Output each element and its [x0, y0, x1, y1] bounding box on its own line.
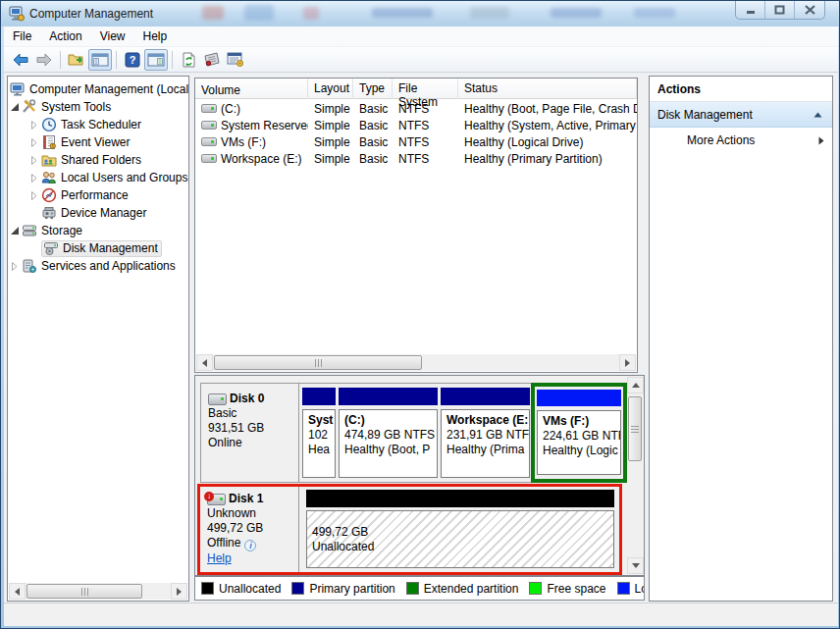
expander-collapsed-icon[interactable]: [27, 188, 41, 202]
expander-expanded-icon[interactable]: [8, 100, 22, 114]
close-button[interactable]: [795, 1, 824, 19]
primary-partition-strip: [302, 388, 336, 405]
volume-row-vms[interactable]: VMs (F:) Simple Basic NTFS Healthy (Logi…: [195, 133, 637, 150]
volume-fs: NTFS: [393, 152, 458, 166]
show-console-tree-button[interactable]: [88, 49, 112, 71]
back-button[interactable]: [9, 49, 32, 71]
menu-action[interactable]: Action: [40, 27, 90, 45]
partition-vms[interactable]: VMs (F:) 224,61 GB NTF Healthy (Logic: [535, 387, 623, 479]
expander-collapsed-icon[interactable]: [27, 171, 41, 184]
menu-help[interactable]: Help: [134, 27, 177, 45]
legend-label: Unallocated: [219, 582, 281, 596]
expander-collapsed-icon[interactable]: [27, 135, 41, 149]
volume-list-horizontal-scrollbar[interactable]: [196, 354, 636, 371]
titlebar[interactable]: Computer Management: [1, 1, 840, 26]
console-tree: Computer Management (Local System Tools …: [8, 80, 188, 275]
partition-workspace[interactable]: Workspace (E: 231,91 GB NTFS Healthy (Pr…: [441, 384, 530, 482]
scrollbar-thumb[interactable]: [628, 396, 642, 461]
tree-item-disk-management[interactable]: Disk Management: [27, 239, 188, 257]
partition-system-reserved[interactable]: Syst 102 Hea: [302, 384, 336, 482]
partition-c[interactable]: (C:) 474,89 GB NTFS Healthy (Boot, P: [339, 384, 438, 482]
show-action-pane-button[interactable]: [144, 49, 168, 71]
scroll-up-arrow[interactable]: [627, 377, 644, 393]
help-link[interactable]: Help: [207, 551, 232, 565]
scrollbar-thumb[interactable]: [26, 584, 142, 599]
tree-item-label: System Tools: [41, 100, 111, 114]
more-actions-item[interactable]: More Actions: [650, 128, 832, 153]
console-tree-pane: Computer Management (Local System Tools …: [7, 76, 189, 602]
scroll-right-arrow[interactable]: [619, 354, 636, 371]
minimize-button[interactable]: [736, 1, 765, 19]
tree-item-storage[interactable]: Storage: [8, 222, 188, 239]
volume-row-system-reserved[interactable]: System Reserved Simple Basic NTFS Health…: [195, 117, 637, 133]
menu-bar: File Action View Help: [4, 26, 838, 47]
actions-group-disk-management[interactable]: Disk Management: [650, 102, 832, 128]
glass-reflection: [551, 8, 602, 18]
disk-status: Online: [208, 436, 298, 450]
disk1-label[interactable]: ↓ Disk 1 Unknown 499,72 GB Offlinei Help: [200, 487, 299, 572]
disk-name: Disk 1: [229, 492, 263, 506]
tree-item-device-manager[interactable]: Device Manager: [27, 204, 188, 222]
menu-file[interactable]: File: [4, 27, 40, 45]
unallocated-region[interactable]: 499,72 GB Unallocated: [306, 487, 614, 572]
tree-item-system-tools[interactable]: System Tools: [8, 98, 188, 116]
status-bar: [4, 603, 838, 626]
maximize-button[interactable]: [765, 1, 795, 19]
legend-swatch: [529, 582, 542, 595]
tree-item-performance[interactable]: Performance: [27, 186, 188, 204]
partition-status: Healthy (Prima: [446, 443, 529, 457]
volume-status: Healthy (Logical Drive): [458, 135, 637, 149]
scroll-right-arrow[interactable]: [171, 583, 187, 600]
column-header-file-system[interactable]: File System: [393, 79, 458, 99]
volume-type: Basic: [353, 152, 393, 166]
export-list-button[interactable]: [65, 49, 88, 71]
scrollbar-thumb[interactable]: [214, 355, 422, 370]
expander-collapsed-icon[interactable]: [8, 259, 22, 273]
volume-row-c[interactable]: (C:) Simple Basic NTFS Healthy (Boot, Pa…: [195, 100, 637, 117]
tree-item-label: Services and Applications: [41, 259, 176, 273]
partition-name: Syst: [308, 413, 335, 428]
column-header-volume[interactable]: Volume: [195, 79, 308, 99]
disk-view-vertical-scrollbar[interactable]: [627, 377, 644, 574]
expander-collapsed-icon[interactable]: [27, 153, 41, 167]
volume-fs: NTFS: [393, 135, 458, 149]
caption-buttons: [735, 1, 825, 20]
expander-collapsed-icon[interactable]: [27, 118, 41, 131]
tree-item-computer-management[interactable]: Computer Management (Local: [10, 80, 188, 98]
legend-label: Extended partition: [424, 582, 519, 596]
tree-item-shared-folders[interactable]: Shared Folders: [27, 151, 188, 169]
tree-item-task-scheduler[interactable]: Task Scheduler: [27, 116, 188, 133]
disk0-label[interactable]: Disk 0 Basic 931,51 GB Online: [201, 384, 299, 482]
disk1-selection-outline: ↓ Disk 1 Unknown 499,72 GB Offlinei Help…: [197, 484, 622, 575]
folder-icon: [68, 52, 85, 67]
maximize-icon: [774, 5, 785, 15]
column-header-type[interactable]: Type: [353, 79, 393, 99]
close-icon: [805, 5, 815, 15]
volume-name: VMs (F:): [221, 135, 266, 149]
scroll-left-arrow[interactable]: [9, 583, 26, 600]
primary-partition-strip: [339, 388, 438, 405]
refresh-button[interactable]: [177, 49, 200, 71]
glass-reflection: [303, 7, 319, 20]
scroll-down-arrow[interactable]: [627, 557, 644, 574]
volume-name: System Reserved: [221, 119, 308, 132]
collapse-chevron-icon[interactable]: [814, 112, 822, 118]
info-icon[interactable]: i: [244, 540, 256, 551]
column-header-status[interactable]: Status: [458, 79, 637, 99]
partition-name: VMs (F:): [543, 414, 620, 429]
tree-horizontal-scrollbar[interactable]: [9, 583, 187, 600]
menu-view[interactable]: View: [91, 27, 134, 45]
expander-expanded-icon[interactable]: [8, 224, 22, 237]
scroll-left-arrow[interactable]: [196, 354, 213, 371]
tree-item-event-viewer[interactable]: ! Event Viewer: [27, 133, 188, 151]
tree-item-services-and-applications[interactable]: Services and Applications: [8, 257, 188, 275]
properties-button[interactable]: [200, 49, 224, 71]
volume-row-workspace[interactable]: Workspace (E:) Simple Basic NTFS Healthy…: [195, 150, 637, 167]
column-header-layout[interactable]: Layout: [308, 79, 353, 99]
disk-type: Unknown: [207, 506, 298, 521]
help-button[interactable]: ?: [121, 49, 144, 71]
disk-console-button[interactable]: [224, 49, 247, 71]
forward-button[interactable]: [32, 49, 56, 71]
console-window-icon: [227, 52, 244, 67]
tree-item-local-users-and-groups[interactable]: Local Users and Groups: [27, 169, 188, 186]
